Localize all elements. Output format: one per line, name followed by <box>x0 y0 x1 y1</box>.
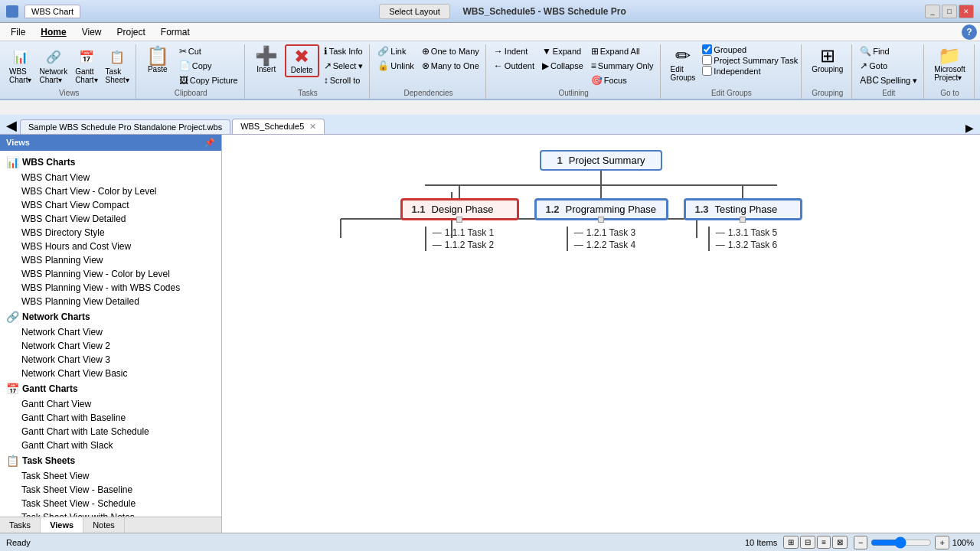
ribbon-clipboard-label: Clipboard <box>141 89 241 97</box>
ribbon-goto-btn[interactable]: ↗ Goto <box>857 59 920 73</box>
independent-checkbox-label[interactable]: Independent <box>702 66 798 76</box>
ribbon-gantt-chart-btn[interactable]: 📅 GanttChart▾ <box>72 44 100 86</box>
menu-file[interactable]: File <box>3 25 33 39</box>
sidebar-group-task[interactable]: 📋 Task Sheets <box>0 452 221 469</box>
tab-scroll-right[interactable]: ▶ <box>962 122 977 134</box>
network-group-icon: 🔗 <box>6 311 19 323</box>
ribbon-network-chart-btn[interactable]: 🔗 NetworkChart▾ <box>36 44 70 86</box>
independent-checkbox[interactable] <box>702 66 712 76</box>
sidebar-item-wbs-color-level[interactable]: WBS Chart View - Color by Level <box>0 184 221 198</box>
menu-format[interactable]: Format <box>153 25 198 39</box>
sidebar-item-network-view[interactable]: Network Chart View <box>0 325 221 339</box>
ribbon-expand-all-btn[interactable]: ⊞ Expand All <box>588 44 657 58</box>
ribbon-link-btn[interactable]: 🔗 Link <box>374 44 417 58</box>
sidebar-item-gantt-view[interactable]: Gantt Chart View <box>0 397 221 411</box>
wbs-node-programming[interactable]: 1.2 Programming Phase <box>534 198 668 220</box>
sidebar-item-network-view3[interactable]: Network Chart View 3 <box>0 353 221 367</box>
menu-home[interactable]: Home <box>33 25 74 39</box>
sidebar-item-wbs-planning-codes[interactable]: WBS Planning View - with WBS Codes <box>0 281 221 295</box>
sidebar-item-gantt-baseline[interactable]: Gantt Chart with Baseline <box>0 411 221 425</box>
sidebar-item-network-basic[interactable]: Network Chart View Basic <box>0 367 221 380</box>
view-mode-3[interactable]: ≡ <box>817 536 831 549</box>
ribbon-edit-groups-btn[interactable]: ✏ EditGroups <box>665 44 701 84</box>
ribbon-unlink-btn[interactable]: 🔓 Unlink <box>374 59 417 73</box>
close-button[interactable]: ✕ <box>959 5 974 18</box>
sidebar-tab-notes[interactable]: Notes <box>83 517 125 533</box>
sidebar-group-gantt[interactable]: 📅 Gantt Charts <box>0 380 221 397</box>
ribbon-insert-btn[interactable]: ➕ Insert <box>250 44 283 76</box>
zoom-in-btn[interactable]: + <box>935 536 949 549</box>
sidebar-item-task-baseline[interactable]: Task Sheet View - Baseline <box>0 483 221 497</box>
minimize-button[interactable]: _ <box>925 5 940 18</box>
sidebar-group-network[interactable]: 🔗 Network Charts <box>0 308 221 325</box>
ribbon-summary-only-btn[interactable]: ≡ Summary Only <box>588 59 657 73</box>
select-layout-button[interactable]: Select Layout <box>379 4 450 19</box>
view-mode-2[interactable]: ⊟ <box>800 536 815 549</box>
ribbon-scroll-to-btn[interactable]: ↕ Scroll to <box>321 73 367 87</box>
ribbon-copy-btn[interactable]: 📄 Copy <box>176 59 241 73</box>
menu-project[interactable]: Project <box>109 25 152 39</box>
restore-button[interactable]: □ <box>942 5 957 18</box>
ribbon-indent-btn[interactable]: → Indent <box>491 44 537 58</box>
wbs-chart-tab[interactable]: WBS Chart <box>24 5 80 18</box>
sidebar-item-gantt-slack[interactable]: Gantt Chart with Slack <box>0 439 221 452</box>
doc-tab-wbs5[interactable]: WBS_Schedule5 ✕ <box>232 119 325 134</box>
project-summary-checkbox-label[interactable]: Project Summary Task <box>702 55 798 65</box>
view-mode-buttons: ⊞ ⊟ ≡ ⊠ <box>783 536 848 549</box>
root-connector-v <box>600 171 602 184</box>
ribbon-cut-btn[interactable]: ✂ Cut <box>176 44 241 58</box>
sidebar-group-wbs[interactable]: 📊 WBS Charts <box>0 154 221 171</box>
ribbon-focus-btn[interactable]: 🎯 Focus <box>588 73 657 87</box>
ribbon-select-btn[interactable]: ↗ Select ▾ <box>321 59 367 73</box>
grouped-checkbox[interactable] <box>702 44 712 54</box>
ribbon-copy-picture-btn[interactable]: 🖼 Copy Picture <box>176 73 241 87</box>
tab-scroll-left[interactable]: ◀ <box>3 117 20 134</box>
sidebar-tab-tasks[interactable]: Tasks <box>0 517 41 533</box>
ribbon-collapse-btn[interactable]: ▶ Collapse <box>539 59 586 73</box>
ribbon-task-info-btn[interactable]: ℹ Task Info <box>321 44 367 58</box>
doc-tab-sample[interactable]: Sample WBS Schedule Pro Standalone Proje… <box>20 119 230 134</box>
sidebar-item-wbs-planning-color[interactable]: WBS Planning View - Color by Level <box>0 267 221 281</box>
sidebar-item-wbs-directory[interactable]: WBS Directory Style <box>0 226 221 240</box>
sidebar-item-task-sheet[interactable]: Task Sheet View <box>0 469 221 483</box>
grouped-checkbox-label[interactable]: Grouped <box>702 44 798 54</box>
sidebar-item-wbs-planning-detailed[interactable]: WBS Planning View Detailed <box>0 295 221 308</box>
ribbon-dependencies-label: Dependencies <box>374 89 482 97</box>
ribbon-expand-btn[interactable]: ▼ Expand <box>539 44 586 58</box>
sidebar-item-gantt-late[interactable]: Gantt Chart with Late Schedule <box>0 425 221 439</box>
project-summary-checkbox[interactable] <box>702 55 712 65</box>
help-button[interactable]: ? <box>962 24 977 40</box>
ribbon-one-to-many-btn[interactable]: ⊕ One to Many <box>419 44 482 58</box>
view-mode-1[interactable]: ⊞ <box>783 536 799 549</box>
view-mode-4[interactable]: ⊠ <box>832 536 848 549</box>
tab-close-icon[interactable]: ✕ <box>309 122 316 131</box>
canvas[interactable]: 1 Project Summary 1 <box>222 135 980 533</box>
ribbon-paste-btn[interactable]: 📋 Paste <box>141 44 175 76</box>
ribbon-find-btn[interactable]: 🔍 Find <box>857 44 920 58</box>
zoom-slider[interactable] <box>871 536 932 549</box>
menu-view[interactable]: View <box>74 25 109 39</box>
sidebar-item-task-notes[interactable]: Task Sheet View with Notes <box>0 510 221 517</box>
sidebar-item-wbs-detailed[interactable]: WBS Chart View Detailed <box>0 212 221 226</box>
sidebar-item-wbs-planning[interactable]: WBS Planning View <box>0 253 221 267</box>
wbs-node-design[interactable]: 1.1 Design Phase <box>400 198 519 220</box>
ribbon-many-to-one-btn[interactable]: ⊗ Many to One <box>419 59 482 73</box>
sidebar-item-wbs-chart-view[interactable]: WBS Chart View <box>0 171 221 184</box>
ribbon-delete-btn[interactable]: ✖ Delete <box>285 44 319 77</box>
ribbon-task-sheet-btn[interactable]: 📋 TaskSheet▾ <box>103 44 132 86</box>
sidebar-tabs: Tasks Views Notes <box>0 517 221 533</box>
sidebar-item-wbs-compact[interactable]: WBS Chart View Compact <box>0 198 221 212</box>
ribbon-spelling-btn[interactable]: ABC Spelling ▾ <box>857 73 920 87</box>
wbs-node-root[interactable]: 1 Project Summary <box>540 150 662 171</box>
wbs-node-testing[interactable]: 1.3 Testing Phase <box>684 198 802 220</box>
sidebar-item-wbs-hours-cost[interactable]: WBS Hours and Cost View <box>0 240 221 253</box>
ribbon-wbs-chart-btn[interactable]: 📊 WBSChart▾ <box>6 44 34 86</box>
sidebar-item-task-schedule[interactable]: Task Sheet View - Schedule <box>0 497 221 510</box>
sidebar-item-network-view2[interactable]: Network Chart View 2 <box>0 339 221 353</box>
ribbon-outdent-btn[interactable]: ← Outdent <box>491 59 537 73</box>
sidebar-tab-views[interactable]: Views <box>41 517 83 533</box>
ribbon-ms-project-btn[interactable]: 📁 MicrosoftProject▾ <box>929 44 971 84</box>
zoom-out-btn[interactable]: − <box>854 536 867 549</box>
ribbon-grouping-btn[interactable]: ⊞ Grouping <box>806 44 848 76</box>
sidebar-pin-btn[interactable]: 📌 <box>204 138 215 148</box>
